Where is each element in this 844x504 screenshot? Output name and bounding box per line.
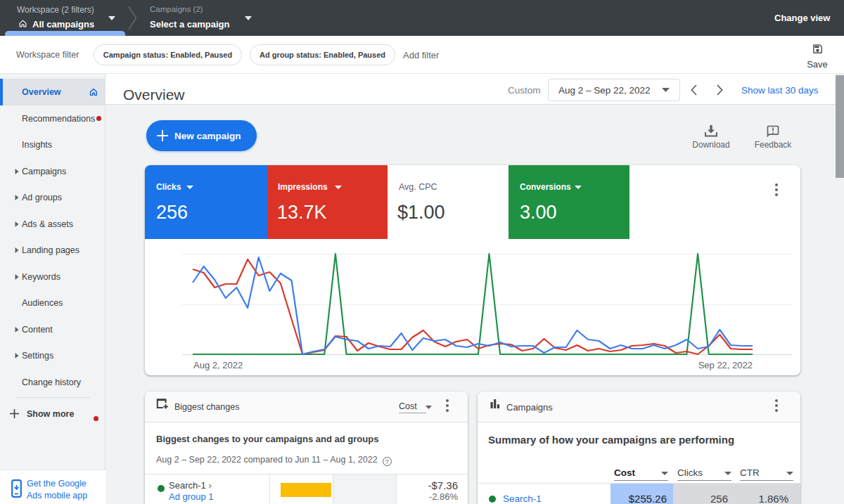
svg-text:Sep 22, 2022: Sep 22, 2022 [698, 360, 753, 370]
svg-text:Aug 2, 2022: Aug 2, 2022 [193, 360, 243, 370]
